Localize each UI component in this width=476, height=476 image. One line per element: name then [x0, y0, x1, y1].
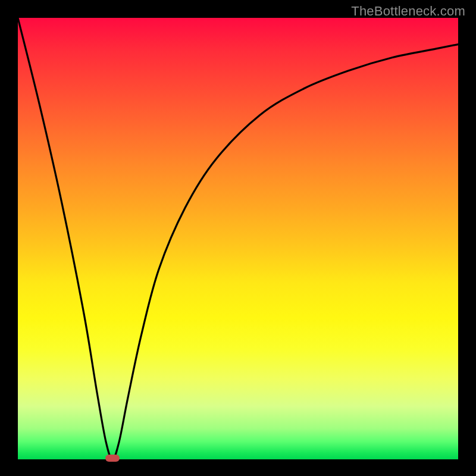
watermark-text: TheBottleneck.com: [351, 4, 465, 19]
chart-container: TheBottleneck.com: [0, 0, 476, 476]
minimum-marker: [105, 455, 120, 462]
chart-plot-area: [18, 18, 458, 459]
